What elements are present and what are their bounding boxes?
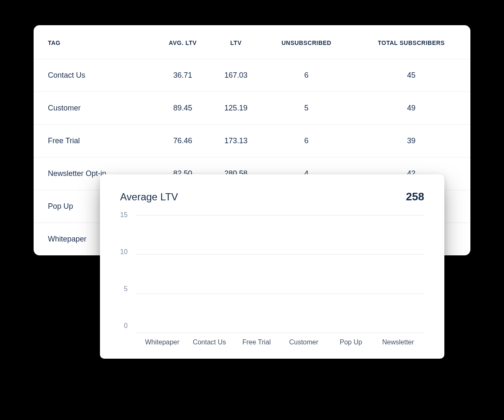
cell-total_subscribers: 45 [352,59,470,92]
x-tick-label: Whitepaper [141,339,183,346]
x-tick-label: Customer [283,339,325,346]
cell-avg_ltv: 76.46 [154,125,211,158]
cell-ltv: 125.19 [211,92,261,125]
chart-header: Average LTV 258 [120,190,424,203]
cell-avg_ltv: 89.45 [154,92,211,125]
average-ltv-chart-card: Average LTV 258 15 10 5 0 WhitepaperCont… [100,174,444,359]
y-tick-label: 10 [120,249,128,255]
y-tick-label: 15 [120,212,128,218]
col-header-ltv: LTV [211,25,261,59]
cell-total_subscribers: 39 [352,125,470,158]
x-tick-label: Contact Us [188,339,230,346]
chart-title: Average LTV [120,191,178,203]
cell-total_subscribers: 49 [352,92,470,125]
chart-plot-area: 15 10 5 0 [120,215,424,333]
chart-plot [135,215,424,333]
col-header-tag: TAG [34,25,154,59]
y-tick-label: 0 [120,323,128,329]
table-row: Free Trial76.46173.13639 [34,125,470,158]
cell-ltv: 167.03 [211,59,261,92]
cell-tag: Free Trial [34,125,154,158]
cell-ltv: 173.13 [211,125,261,158]
chart-x-axis: WhitepaperContact UsFree TrialCustomerPo… [136,333,424,346]
col-header-total-subscribers: TOTAL SUBSCRIBERS [352,25,470,59]
chart-bars [135,215,424,333]
col-header-avg-ltv: AVG. LTV [154,25,211,59]
cell-unsubscribed: 6 [261,125,352,158]
table-row: Customer89.45125.19549 [34,92,470,125]
x-tick-label: Pop Up [330,339,372,346]
cell-tag: Customer [34,92,154,125]
cell-avg_ltv: 36.71 [154,59,211,92]
col-header-unsubscribed: UNSUBSCRIBED [261,25,352,59]
cell-tag: Contact Us [34,59,154,92]
chart-y-axis: 15 10 5 0 [120,212,135,329]
grid-line [135,333,424,333]
cell-unsubscribed: 5 [261,92,352,125]
chart-summary-value: 258 [406,190,424,203]
x-tick-label: Newsletter [377,339,419,346]
cell-unsubscribed: 6 [261,59,352,92]
y-tick-label: 5 [120,286,128,292]
table-header-row: TAG AVG. LTV LTV UNSUBSCRIBED TOTAL SUBS… [34,25,470,59]
table-row: Contact Us36.71167.03645 [34,59,470,92]
x-tick-label: Free Trial [236,339,278,346]
